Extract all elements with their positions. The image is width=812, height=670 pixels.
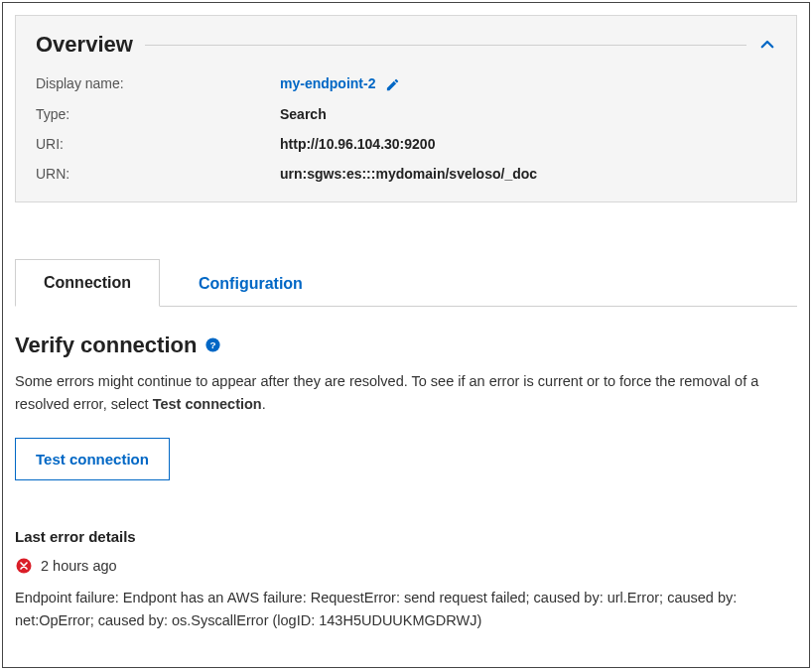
tab-configuration[interactable]: Configuration bbox=[170, 260, 332, 307]
tab-connection[interactable]: Connection bbox=[15, 259, 160, 307]
svg-text:?: ? bbox=[210, 339, 216, 350]
last-error-heading: Last error details bbox=[15, 528, 797, 545]
verify-desc-bold: Test connection bbox=[153, 396, 262, 412]
type-label: Type: bbox=[36, 106, 280, 122]
test-connection-button[interactable]: Test connection bbox=[15, 438, 170, 480]
tab-content: Verify connection ? Some errors might co… bbox=[3, 307, 809, 645]
last-error-message: Endpoint failure: Endpont has an AWS fai… bbox=[15, 587, 797, 632]
urn-value: urn:sgws:es:::mydomain/sveloso/_doc bbox=[280, 166, 537, 182]
last-error-time: 2 hours ago bbox=[41, 558, 117, 574]
verify-title: Verify connection bbox=[15, 333, 197, 358]
overview-title: Overview bbox=[36, 32, 133, 58]
overview-panel: Overview Display name: my-endpoint-2 Typ… bbox=[15, 15, 797, 202]
verify-desc-post: . bbox=[262, 396, 266, 412]
error-icon bbox=[15, 557, 33, 575]
row-uri: URI: http://10.96.104.30:9200 bbox=[36, 136, 776, 152]
overview-divider bbox=[145, 45, 746, 46]
row-urn: URN: urn:sgws:es:::mydomain/sveloso/_doc bbox=[36, 166, 776, 182]
display-name-label: Display name: bbox=[36, 75, 280, 92]
help-icon[interactable]: ? bbox=[204, 336, 221, 353]
verify-description: Some errors might continue to appear aft… bbox=[15, 370, 797, 416]
overview-fields: Display name: my-endpoint-2 Type: Search… bbox=[36, 75, 776, 182]
overview-header: Overview bbox=[36, 32, 776, 58]
row-display-name: Display name: my-endpoint-2 bbox=[36, 75, 776, 92]
verify-desc-pre: Some errors might continue to appear aft… bbox=[15, 373, 758, 412]
tabs: Connection Configuration bbox=[15, 258, 797, 307]
verify-header: Verify connection ? bbox=[15, 333, 797, 358]
uri-label: URI: bbox=[36, 136, 280, 152]
pencil-icon[interactable] bbox=[385, 77, 400, 92]
display-name-value[interactable]: my-endpoint-2 bbox=[280, 75, 375, 91]
chevron-up-icon[interactable] bbox=[758, 36, 776, 54]
urn-label: URN: bbox=[36, 166, 280, 182]
row-type: Type: Search bbox=[36, 106, 776, 122]
type-value: Search bbox=[280, 106, 327, 122]
last-error-row: 2 hours ago bbox=[15, 557, 797, 575]
uri-value: http://10.96.104.30:9200 bbox=[280, 136, 435, 152]
